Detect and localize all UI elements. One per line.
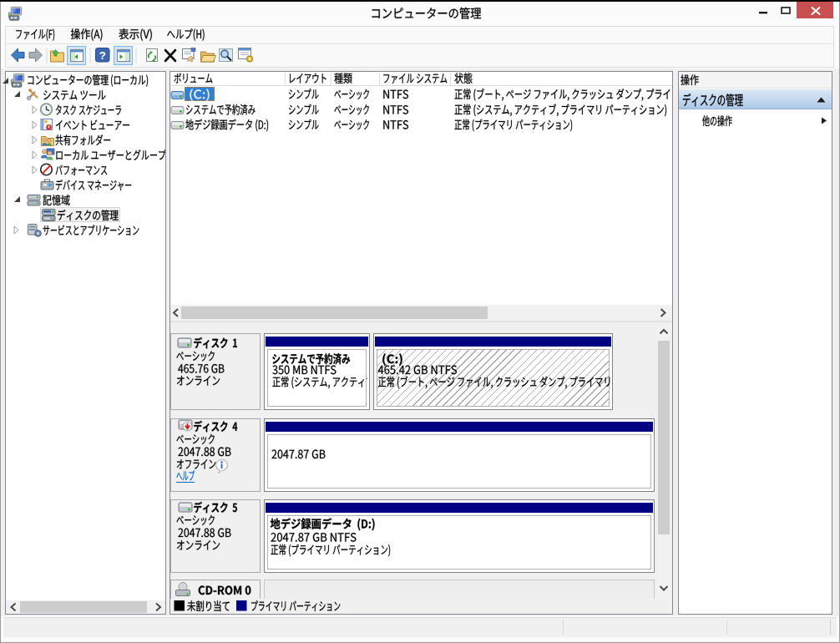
svg-text:?: ? bbox=[99, 49, 106, 62]
